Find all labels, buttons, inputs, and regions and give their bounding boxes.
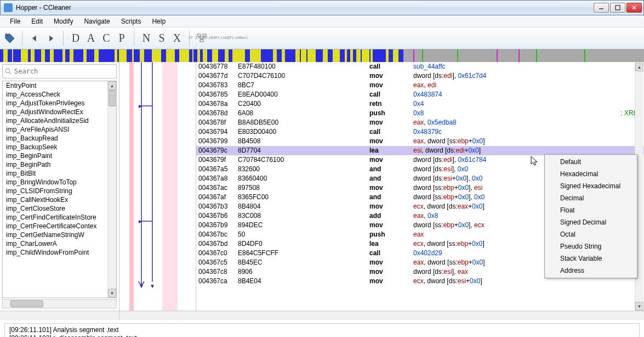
nav-segment xyxy=(3,49,8,62)
mnemonic: mov xyxy=(369,155,413,165)
menu-modify[interactable]: Modify xyxy=(48,16,78,27)
context-signed-hexadecimal[interactable]: Signed Hexadecimal xyxy=(546,180,636,192)
code-line[interactable]: 00436785 E8EAD00400call0x483874 xyxy=(196,90,644,99)
code-line[interactable]: 0043678a C20400retn0x4 xyxy=(196,99,644,109)
code-line[interactable]: 00436794 E803D00400call0x48379c xyxy=(196,127,644,137)
code-line[interactable]: 00436778 E87F480100callsub_44affc xyxy=(196,62,644,71)
symbol-item[interactable]: imp_BackupRead xyxy=(3,134,116,143)
scroll-thumb[interactable] xyxy=(10,300,43,307)
context-hexadecimal[interactable]: Hexadecimal xyxy=(546,168,636,180)
mnemonic: add xyxy=(369,211,413,221)
code-line[interactable]: 0043678f B8A8DB5E00moveax, 0x5edba8 xyxy=(196,118,644,127)
context-address[interactable]: Address xyxy=(546,265,636,277)
titlebar: Hopper - CCleaner xyxy=(0,0,644,15)
symbol-item[interactable]: imp_ChildWindowFromPoint xyxy=(3,248,116,257)
symbols-vscroll[interactable]: ▲ ▼ xyxy=(107,81,116,297)
minimize-button[interactable] xyxy=(594,3,609,13)
mnemonic: mov xyxy=(369,137,413,146)
symbol-item[interactable]: imp_CertFindCertificateInStore xyxy=(3,213,116,222)
symbol-item[interactable]: imp_AdjustWindowRectEx xyxy=(3,108,116,116)
context-pseudo-string[interactable]: Pseudo String xyxy=(546,240,636,252)
bytes: 8BC7 xyxy=(238,81,369,90)
symbol-item[interactable]: imp_CharLowerA xyxy=(3,239,116,248)
menu-file[interactable]: File xyxy=(4,16,26,27)
nav-segment xyxy=(179,49,183,62)
address: 004367af xyxy=(198,193,238,202)
menu-scripts[interactable]: Scripts xyxy=(116,16,147,27)
bytes: 894DEC xyxy=(238,221,369,230)
symbol-item[interactable]: imp_BitBlt xyxy=(3,169,116,178)
mode-a-button[interactable]: A xyxy=(84,32,98,44)
bytes: 8365FC00 xyxy=(238,193,369,202)
mode-c-button[interactable]: C xyxy=(100,32,113,44)
text-list-icon[interactable]: IF 1=000\nEDFL\nEDFL\nMwsl xyxy=(212,32,225,45)
bytes: 8B4E04 xyxy=(238,277,369,286)
bytes: C70784C76100 xyxy=(238,155,369,165)
symbols-list[interactable]: EntryPointimp_AccessCheckimp_AdjustToken… xyxy=(2,81,117,298)
code-line[interactable]: 00436799 8B4508moveax, dword [ss:ebp+0x0… xyxy=(196,137,644,146)
context-default[interactable]: Default xyxy=(546,156,636,168)
address: 004367bd xyxy=(198,239,238,249)
scroll-down-icon[interactable]: ▼ xyxy=(635,302,643,311)
log-console[interactable]: [09:26:11.101] Analysis segment .text[09… xyxy=(4,323,640,337)
symbol-item[interactable]: imp_AreFileApisANSI xyxy=(3,125,116,134)
mode-d-button[interactable]: D xyxy=(69,32,82,44)
symbol-item[interactable]: imp_BeginPaint xyxy=(3,151,116,160)
code-line[interactable]: 0043678d 6A08push0x8 ; XREF xyxy=(196,109,644,118)
menubar: FileEditModifyNavigateScriptsHelp xyxy=(0,15,644,27)
symbol-item[interactable]: imp_CLSIDFromString xyxy=(3,187,116,195)
symbol-item[interactable]: imp_AccessCheck xyxy=(3,90,116,99)
menu-navigate[interactable]: Navigate xyxy=(78,16,115,27)
scroll-up-icon[interactable]: ▲ xyxy=(635,63,643,71)
symbol-item[interactable]: imp_AdjustTokenPrivileges xyxy=(3,99,116,108)
scroll-up-icon[interactable]: ▲ xyxy=(108,81,116,90)
tag-icon[interactable] xyxy=(3,32,16,45)
symbol-item[interactable]: imp_CertGetNameStringW xyxy=(3,231,116,239)
context-decimal[interactable]: Decimal xyxy=(546,192,636,204)
mode-s-button[interactable]: S xyxy=(155,32,168,44)
search-box[interactable] xyxy=(2,64,117,78)
nav-segment xyxy=(335,49,340,62)
symbol-item[interactable]: imp_AllocateAndInitializeSid xyxy=(3,116,116,125)
symbol-item[interactable]: imp_BackupSeek xyxy=(3,143,116,151)
mode-p-button[interactable]: P xyxy=(115,32,128,44)
nav-forward-icon[interactable] xyxy=(44,32,58,45)
menu-edit[interactable]: Edit xyxy=(26,16,48,27)
symbol-item[interactable]: imp_CertCloseStore xyxy=(3,204,116,213)
nav-back-icon[interactable] xyxy=(28,32,41,45)
nav-segment xyxy=(422,49,423,62)
mode-x-button[interactable]: X xyxy=(170,32,184,44)
symbol-item[interactable]: imp_CertFreeCertificateContex xyxy=(3,222,116,231)
operands: 0x8 xyxy=(413,109,599,118)
context-signed-decimal[interactable]: Signed Decimal xyxy=(546,216,636,228)
scroll-down-icon[interactable]: ▼ xyxy=(108,289,116,297)
symbols-hscroll[interactable] xyxy=(2,299,117,308)
bytes: 8B45EC xyxy=(238,258,369,267)
code-line[interactable]: 00436783 8BC7moveax, edi xyxy=(196,81,644,90)
address: 004367ca xyxy=(198,277,238,286)
section-nav-strip[interactable] xyxy=(0,49,644,62)
mode-n-button[interactable]: N xyxy=(140,32,153,44)
nav-segment xyxy=(45,49,50,62)
search-input[interactable] xyxy=(14,68,114,75)
nav-segment xyxy=(65,49,70,62)
symbol-item[interactable]: imp_BeginPath xyxy=(3,160,116,169)
code-line[interactable]: 0043677d C707D4C76100movdword [ds:edi], … xyxy=(196,71,644,81)
code-hscroll[interactable] xyxy=(119,311,644,320)
menu-help[interactable]: Help xyxy=(146,16,171,27)
mnemonic: lea xyxy=(369,239,413,249)
bytes: B8A8DB5E00 xyxy=(238,118,369,127)
symbol-item[interactable]: imp_CallNextHookEx xyxy=(3,195,116,204)
symbol-item[interactable]: imp_BringWindowToTop xyxy=(3,178,116,187)
symbol-item[interactable]: EntryPoint xyxy=(3,81,116,90)
bytes: 6A08 xyxy=(238,109,369,118)
scroll-thumb[interactable] xyxy=(109,90,116,106)
sidebar-hscroll-spacer xyxy=(0,311,119,320)
context-stack-variable[interactable]: Stack Variable xyxy=(546,252,636,265)
nav-segment xyxy=(253,49,257,62)
maximize-button[interactable] xyxy=(610,3,625,13)
context-octal[interactable]: Octal xyxy=(546,228,636,240)
close-button[interactable] xyxy=(626,3,642,13)
context-float[interactable]: Float xyxy=(546,204,636,216)
address: 00436778 xyxy=(198,62,238,71)
